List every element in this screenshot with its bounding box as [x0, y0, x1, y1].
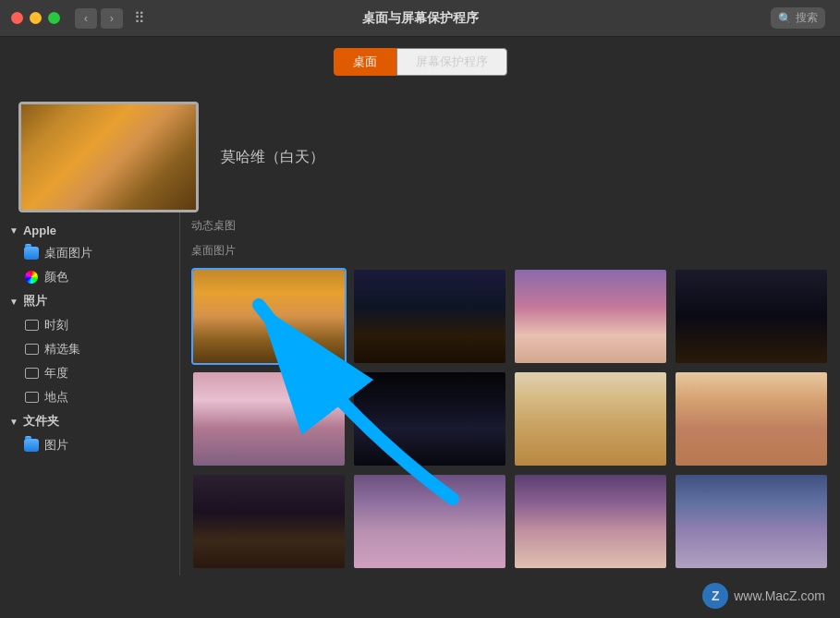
wallpaper-image-3 [676, 270, 827, 363]
wallpaper-thumb-11[interactable] [674, 473, 829, 570]
sidebar-item-moments[interactable]: 时刻 [0, 313, 179, 337]
search-icon: 🔍 [778, 12, 792, 25]
wallpaper-grid [180, 262, 840, 576]
wallpaper-thumb-0[interactable] [191, 268, 347, 365]
wallpaper-thumb-7[interactable] [674, 370, 829, 467]
sidebar-group-photos-label: 照片 [23, 293, 47, 309]
title-bar: ‹ › ⠿ 桌面与屏幕保护程序 🔍 搜索 [0, 0, 840, 37]
sidebar-item-years[interactable]: 年度 [0, 361, 179, 385]
wallpaper-image-4 [193, 372, 345, 466]
close-button[interactable] [11, 12, 23, 24]
wallpaper-image-6 [515, 372, 666, 466]
sidebar-item-pictures-label: 图片 [44, 437, 68, 454]
wallpaper-thumb-4[interactable] [191, 370, 347, 467]
sidebar-group-folders[interactable]: ▼ 文件夹 [0, 409, 179, 433]
sidebar-item-color[interactable]: 颜色 [0, 265, 179, 289]
wallpaper-name-label: 莫哈维（白天） [221, 148, 324, 167]
sidebar-item-desktop-pictures-label: 桌面图片 [44, 245, 92, 261]
preview-section: 莫哈维（白天） [0, 87, 840, 212]
wallpaper-image-10 [515, 475, 666, 568]
watermark-text: www.MacZ.com [734, 588, 825, 603]
wallpaper-thumb-6[interactable] [513, 370, 668, 467]
fullscreen-button[interactable] [48, 12, 60, 24]
window-title: 桌面与屏幕保护程序 [362, 10, 479, 27]
sidebar-item-color-label: 颜色 [44, 269, 68, 285]
wallpaper-thumb-9[interactable] [352, 473, 507, 570]
bottom-section: ▼ Apple 桌面图片 颜色 ▼ 照片 时刻 [0, 212, 840, 576]
wallpaper-image-11 [676, 475, 827, 568]
preview-image [18, 102, 199, 212]
sidebar: ▼ Apple 桌面图片 颜色 ▼ 照片 时刻 [0, 212, 180, 576]
wallpaper-thumb-1[interactable] [352, 268, 507, 365]
sidebar-item-years-label: 年度 [44, 365, 68, 382]
traffic-lights [11, 12, 60, 24]
triangle-folders: ▼ [9, 417, 18, 427]
wallpaper-thumb-2[interactable] [513, 268, 668, 365]
forward-button[interactable]: › [101, 8, 123, 29]
color-icon [24, 270, 39, 285]
search-area[interactable]: 🔍 搜索 [771, 7, 825, 29]
sidebar-group-photos[interactable]: ▼ 照片 [0, 289, 179, 313]
wallpaper-image-9 [354, 475, 505, 568]
wallpaper-thumb-8[interactable] [191, 473, 347, 570]
wallpaper-image-8 [193, 475, 345, 568]
wallpaper-thumb-5[interactable] [352, 370, 507, 467]
minimize-button[interactable] [30, 12, 42, 24]
tab-desktop[interactable]: 桌面 [334, 48, 396, 76]
sidebar-item-pictures[interactable]: 图片 [0, 433, 179, 457]
watermark-logo: Z [702, 583, 728, 609]
preview-top-row: 莫哈维（白天） [18, 102, 822, 212]
dune-image [21, 104, 196, 210]
frame-icon-places [24, 390, 39, 405]
frame-icon-moments [24, 318, 39, 333]
wallpaper-image-1 [354, 270, 505, 363]
sidebar-item-highlights-label: 精选集 [44, 341, 80, 357]
tab-screensaver[interactable]: 屏幕保护程序 [396, 48, 507, 76]
section-label-dynamic: 动态桌图 [180, 212, 840, 237]
sidebar-item-places-label: 地点 [44, 389, 68, 406]
sidebar-group-folders-label: 文件夹 [23, 413, 59, 430]
sidebar-item-places[interactable]: 地点 [0, 385, 179, 409]
watermark: Z www.MacZ.com [702, 583, 825, 609]
nav-buttons: ‹ › [75, 8, 123, 29]
folder-icon-pictures [24, 438, 39, 453]
wallpaper-image-0 [193, 270, 345, 363]
sidebar-item-moments-label: 时刻 [44, 317, 68, 333]
sidebar-item-desktop-pictures[interactable]: 桌面图片 [0, 241, 179, 265]
grid-icon[interactable]: ⠿ [134, 9, 145, 27]
wallpaper-grid-panel: 动态桌图 桌面图片 [180, 212, 840, 576]
triangle-apple: ▼ [9, 225, 18, 236]
section-label-static: 桌面图片 [180, 237, 840, 262]
search-label: 搜索 [796, 10, 818, 26]
sidebar-item-highlights[interactable]: 精选集 [0, 337, 179, 361]
wallpaper-image-7 [676, 372, 827, 466]
wallpaper-image-2 [515, 270, 666, 363]
sidebar-group-apple-label: Apple [23, 224, 56, 237]
wallpaper-thumb-3[interactable] [674, 268, 829, 365]
triangle-photos: ▼ [9, 297, 18, 307]
frame-icon-years [24, 366, 39, 381]
tab-bar: 桌面 屏幕保护程序 [0, 37, 840, 87]
frame-icon-highlights [24, 342, 39, 357]
wallpaper-image-5 [354, 372, 505, 466]
folder-icon [24, 246, 39, 261]
sidebar-group-apple[interactable]: ▼ Apple [0, 220, 179, 241]
wallpaper-thumb-10[interactable] [513, 473, 668, 570]
back-button[interactable]: ‹ [75, 8, 97, 29]
